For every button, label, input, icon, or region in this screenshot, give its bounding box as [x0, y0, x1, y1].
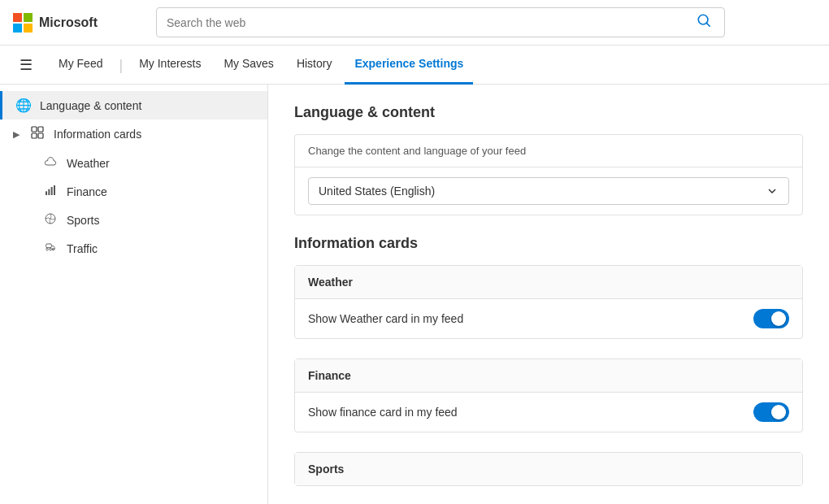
- expand-arrow-icon: ▶: [13, 129, 20, 140]
- svg-rect-4: [32, 133, 37, 138]
- language-description: Change the content and language of your …: [295, 135, 802, 167]
- nav-item-my-feed[interactable]: My Feed: [49, 46, 112, 85]
- weather-card: Weather Show Weather card in my feed: [294, 265, 803, 339]
- sidebar-item-language-content[interactable]: 🌐 Language & content: [0, 91, 267, 119]
- svg-rect-11: [46, 244, 52, 248]
- info-cards-title: Information cards: [294, 235, 803, 252]
- logo-area: Microsoft: [13, 13, 143, 33]
- nav-bar: ☰ My Feed | My Interests My Saves Histor…: [0, 46, 829, 85]
- finance-icon: [42, 184, 59, 199]
- svg-line-1: [706, 23, 710, 26]
- finance-toggle-label: Show finance card in my feed: [308, 406, 458, 419]
- header: Microsoft: [0, 0, 829, 46]
- svg-rect-3: [38, 127, 43, 132]
- svg-point-12: [46, 248, 49, 250]
- finance-toggle[interactable]: [753, 402, 789, 422]
- sports-card-header: Sports: [295, 453, 802, 485]
- nav-item-history[interactable]: History: [287, 46, 342, 85]
- nav-item-experience-settings[interactable]: Experience Settings: [345, 46, 473, 85]
- search-input[interactable]: [167, 16, 693, 29]
- language-dropdown-row: United States (English) United Kingdom (…: [295, 167, 802, 215]
- weather-icon: [42, 155, 59, 171]
- finance-card-header: Finance: [295, 359, 802, 393]
- svg-rect-5: [38, 133, 43, 138]
- weather-toggle-thumb: [771, 311, 786, 326]
- finance-card: Finance Show finance card in my feed: [294, 358, 803, 432]
- search-button[interactable]: [693, 13, 714, 32]
- finance-toggle-thumb: [771, 405, 786, 419]
- sports-icon: [42, 212, 59, 228]
- language-dropdown[interactable]: United States (English) United Kingdom (…: [308, 177, 789, 205]
- svg-rect-8: [51, 187, 53, 195]
- language-content-card: Change the content and language of your …: [294, 134, 803, 215]
- nav-item-my-saves[interactable]: My Saves: [214, 46, 283, 85]
- hamburger-menu-button[interactable]: ☰: [13, 53, 39, 77]
- sidebar-sub-label-weather: Weather: [67, 157, 110, 170]
- sidebar-label-information-cards: Information cards: [54, 128, 141, 141]
- sidebar-sub-item-weather[interactable]: Weather: [0, 149, 267, 177]
- microsoft-logo: [13, 13, 33, 33]
- svg-rect-2: [32, 127, 37, 132]
- sidebar-sub-item-finance[interactable]: Finance: [0, 177, 267, 206]
- svg-point-13: [50, 248, 52, 250]
- sidebar-sub-item-sports[interactable]: Sports: [0, 206, 267, 234]
- traffic-icon: [42, 241, 59, 256]
- sidebar-label-language-content: Language & content: [40, 99, 141, 112]
- svg-rect-9: [54, 185, 55, 195]
- svg-rect-7: [48, 189, 50, 195]
- weather-card-header: Weather: [295, 266, 802, 299]
- globe-icon: 🌐: [15, 98, 32, 113]
- sidebar-sub-label-finance: Finance: [67, 185, 107, 198]
- weather-toggle[interactable]: [753, 309, 789, 328]
- sports-card: Sports: [294, 452, 803, 486]
- language-content-title: Language & content: [294, 104, 803, 121]
- sidebar: 🌐 Language & content ▶ Information cards: [0, 85, 268, 504]
- sidebar-sub-label-sports: Sports: [67, 214, 99, 227]
- weather-toggle-label: Show Weather card in my feed: [308, 312, 463, 325]
- content-area: Language & content Change the content an…: [268, 85, 829, 504]
- finance-toggle-row: Show finance card in my feed: [295, 393, 802, 432]
- svg-rect-6: [46, 191, 47, 195]
- info-cards-icon: [29, 126, 46, 142]
- weather-toggle-row: Show Weather card in my feed: [295, 299, 802, 338]
- main-content: 🌐 Language & content ▶ Information cards: [0, 85, 829, 504]
- sidebar-item-information-cards[interactable]: ▶ Information cards: [0, 119, 267, 149]
- sidebar-sub-item-traffic[interactable]: Traffic: [0, 234, 267, 263]
- sidebar-sub-label-traffic: Traffic: [67, 242, 98, 255]
- nav-separator-1: |: [119, 58, 123, 72]
- logo-text: Microsoft: [39, 15, 98, 30]
- search-bar[interactable]: [156, 7, 725, 37]
- nav-item-my-interests[interactable]: My Interests: [129, 46, 211, 85]
